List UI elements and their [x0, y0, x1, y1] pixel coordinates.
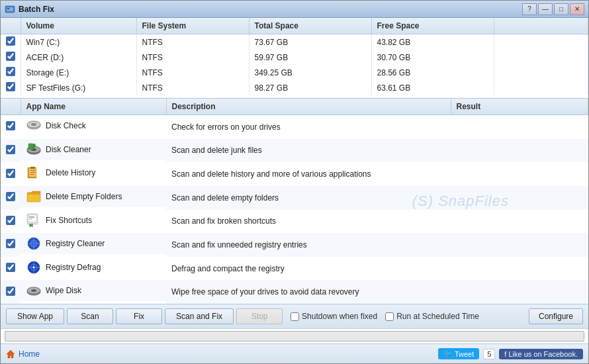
app-checkbox-7[interactable] — [6, 287, 15, 296]
vol-fs-2: NTFS — [136, 65, 249, 80]
app-checkbox-3[interactable] — [6, 192, 15, 201]
app-name-cell-2: Delete History — [21, 162, 166, 183]
app-row: Registry Defrag Defrag and compact the r… — [1, 257, 588, 281]
app-col-result: Result — [451, 99, 588, 115]
app-check-cell-5 — [1, 233, 21, 257]
app-row: Delete Empty Folders Scan and delete emp… — [1, 186, 588, 210]
minimize-button[interactable]: — — [538, 3, 553, 15]
app-result-7 — [451, 280, 588, 304]
show-app-button[interactable]: Show App — [6, 308, 64, 324]
vol-checkbox-2[interactable] — [6, 67, 15, 76]
vol-checkbox-3[interactable] — [6, 82, 15, 91]
fix-button[interactable]: Fix — [116, 308, 162, 324]
title-controls: ? — □ ✕ — [522, 3, 584, 15]
scan-and-fix-button[interactable]: Scan and Fix — [165, 308, 234, 324]
svg-point-37 — [31, 289, 36, 292]
app-col-check — [1, 99, 21, 115]
vol-free-3: 63.61 GB — [371, 80, 494, 97]
toolbar: Show App Scan Fix Scan and Fix Stop Shut… — [1, 304, 588, 328]
shutdown-label: Shutdown when fixed — [302, 312, 377, 321]
vol-col-check — [1, 18, 21, 34]
progress-bar — [5, 331, 584, 341]
tweet-count: 5 — [483, 349, 495, 359]
app-icon-delete-folders — [26, 189, 42, 205]
app-checkbox-1[interactable] — [6, 145, 15, 154]
vol-check-cell — [1, 34, 21, 50]
svg-rect-2 — [7, 8, 9, 9]
app-icon-registry-defrag — [26, 259, 42, 275]
vol-col-volume: Volume — [21, 18, 136, 34]
scan-button[interactable]: Scan — [67, 308, 113, 324]
svg-marker-38 — [7, 350, 15, 358]
app-checkbox-4[interactable] — [6, 216, 15, 225]
vol-col-fs: File System — [136, 18, 249, 34]
app-name-7: Wipe Disk — [46, 286, 81, 295]
stop-button[interactable]: Stop — [236, 308, 283, 324]
scheduled-checkbox[interactable] — [385, 312, 394, 321]
app-icon-disk-cleaner — [26, 142, 42, 158]
facebook-button[interactable]: f Like us on Facebook. — [499, 349, 583, 359]
vol-checkbox-0[interactable] — [6, 36, 15, 46]
app-icon — [5, 4, 15, 15]
vol-col-extra — [494, 18, 588, 34]
app-row: Registry Cleaner Scan and fix unneeded r… — [1, 233, 588, 257]
tweet-button[interactable]: 🐦 Tweet — [438, 348, 479, 359]
vol-total-2: 349.25 GB — [249, 65, 371, 80]
apps-section: (S) SnapFiles App Name Description Resul… — [1, 99, 588, 304]
tweet-bird-icon: 🐦 — [443, 349, 453, 358]
app-icon-registry-cleaner — [26, 236, 42, 251]
vol-name-3: SF TestFiles (G:) — [21, 80, 136, 97]
close-button[interactable]: ✕ — [570, 3, 584, 15]
volumes-section: Volume File System Total Space Free Spac… — [1, 18, 588, 99]
app-row: Fix Shortcuts Scan and fix broken shortc… — [1, 210, 588, 234]
app-checkbox-2[interactable] — [6, 169, 15, 178]
app-check-cell-0 — [1, 115, 21, 139]
vol-extra-3 — [494, 80, 588, 97]
toolbar-options: Shutdown when fixed Run at Scheduled Tim… — [291, 312, 479, 321]
maximize-button[interactable]: □ — [554, 3, 568, 15]
app-row: Disk Check Check for errors on your driv… — [1, 115, 588, 139]
app-result-6 — [451, 257, 588, 281]
app-col-desc: Description — [166, 99, 451, 115]
app-result-5 — [451, 233, 588, 257]
app-check-cell-6 — [1, 257, 21, 281]
app-icon-delete-history — [26, 165, 42, 181]
app-name-3: Delete Empty Folders — [46, 192, 122, 201]
app-name-cell-1: Disk Cleaner — [21, 139, 166, 160]
volume-row: Win7 (C:) NTFS 73.67 GB 43.82 GB — [1, 34, 588, 50]
app-name-0: Disk Check — [46, 121, 86, 130]
svg-rect-15 — [30, 170, 36, 171]
app-check-cell-2 — [1, 162, 21, 186]
vol-col-total: Total Space — [249, 18, 371, 34]
svg-point-34 — [33, 266, 35, 268]
title-bar-left: Batch Fix — [5, 4, 54, 15]
app-row: Disk Cleaner Scan and delete junk files — [1, 139, 588, 163]
vol-name-1: ACER (D:) — [21, 50, 136, 65]
app-checkbox-6[interactable] — [6, 263, 15, 272]
app-checkbox-5[interactable] — [6, 239, 15, 248]
app-col-name: App Name — [21, 99, 166, 115]
app-name-6: Registry Defrag — [46, 263, 101, 272]
home-link[interactable]: Home — [6, 349, 40, 359]
vol-check-cell — [1, 65, 21, 80]
svg-rect-14 — [30, 167, 35, 169]
app-icon-disk-check — [26, 118, 42, 134]
vol-check-cell — [1, 80, 21, 97]
svg-rect-17 — [30, 174, 34, 175]
app-name-cell-0: Disk Check — [21, 115, 166, 136]
apps-table: App Name Description Result Disk Check C… — [1, 99, 588, 304]
app-checkbox-0[interactable] — [6, 121, 15, 130]
configure-button[interactable]: Configure — [529, 308, 583, 324]
app-name-cell-6: Registry Defrag — [21, 257, 166, 278]
vol-checkbox-1[interactable] — [6, 52, 15, 61]
vol-free-1: 30.70 GB — [371, 50, 494, 65]
volume-row: ACER (D:) NTFS 59.97 GB 30.70 GB — [1, 50, 588, 65]
svg-point-5 — [31, 123, 36, 126]
shutdown-checkbox[interactable] — [291, 312, 299, 321]
help-button[interactable]: ? — [522, 3, 537, 15]
app-desc-4: Scan and fix broken shortcuts — [166, 210, 451, 234]
vol-total-0: 73.67 GB — [249, 34, 371, 50]
vol-name-0: Win7 (C:) — [21, 34, 136, 50]
shutdown-option[interactable]: Shutdown when fixed — [291, 312, 377, 321]
scheduled-option[interactable]: Run at Scheduled Time — [385, 312, 479, 321]
